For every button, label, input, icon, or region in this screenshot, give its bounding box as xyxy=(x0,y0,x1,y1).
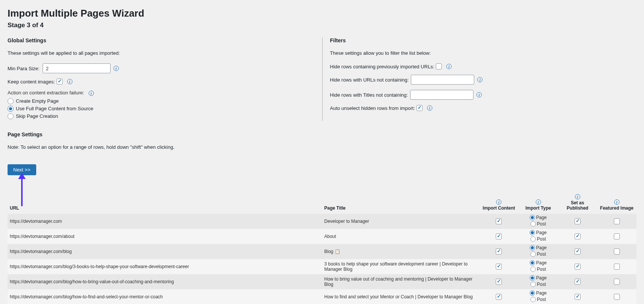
published-checkbox[interactable] xyxy=(575,248,581,255)
radio-create-empty-label: Create Empty Page xyxy=(16,98,58,104)
keep-images-checkbox[interactable] xyxy=(57,79,63,85)
filters-panel: Filters These settings allow you to filt… xyxy=(322,37,637,121)
type-post-radio[interactable] xyxy=(530,267,536,272)
type-post-radio[interactable] xyxy=(530,221,536,227)
table-row: https://devtomanager.com/blogBlog 📋PageP… xyxy=(8,244,636,259)
import-checkbox[interactable] xyxy=(496,264,502,270)
info-icon[interactable]: i xyxy=(114,66,119,71)
import-checkbox[interactable] xyxy=(496,279,502,285)
type-page-radio[interactable] xyxy=(530,245,535,250)
cell-url: https://devtomanager.com/blog/how-to-bri… xyxy=(8,274,322,289)
type-post-radio[interactable] xyxy=(530,297,536,302)
published-checkbox[interactable] xyxy=(575,294,581,300)
info-icon[interactable]: i xyxy=(446,64,452,69)
hide-imported-label: Hide rows containing previously imported… xyxy=(330,64,435,69)
type-page-label: Page xyxy=(536,230,547,235)
col-url: URL xyxy=(8,193,322,214)
type-page-radio[interactable] xyxy=(530,260,535,265)
min-para-input[interactable] xyxy=(43,63,111,73)
info-icon[interactable]: i xyxy=(496,199,501,205)
info-icon[interactable]: i xyxy=(89,91,94,96)
type-post-radio[interactable] xyxy=(530,282,536,287)
featured-checkbox[interactable] xyxy=(614,248,620,255)
radio-skip-label: Skip Page Creation xyxy=(16,113,58,119)
page-settings-note: Note: To select an option for a range of… xyxy=(8,144,636,150)
published-checkbox[interactable] xyxy=(575,264,581,270)
featured-checkbox[interactable] xyxy=(614,218,620,224)
cell-title: How to bring value out of coaching and m… xyxy=(322,274,480,289)
hide-url-input[interactable] xyxy=(411,75,474,85)
table-row: https://devtomanager.com/blog/how-to-fin… xyxy=(8,289,636,304)
cell-url: https://devtomanager.com/blog/3-books-to… xyxy=(8,259,322,274)
cell-title: Developer to Manager xyxy=(322,214,480,229)
pages-table: URL Page Title iImport Content iImport T… xyxy=(8,193,636,304)
featured-checkbox[interactable] xyxy=(614,294,620,300)
global-settings-desc: These settings will be applied to all pa… xyxy=(8,50,307,56)
import-checkbox[interactable] xyxy=(496,248,502,255)
type-post-label: Post xyxy=(537,282,546,287)
type-post-label: Post xyxy=(537,267,546,272)
info-icon[interactable]: i xyxy=(67,79,72,84)
published-checkbox[interactable] xyxy=(575,279,581,285)
hide-url-label: Hide rows with URLs not containing: xyxy=(330,77,409,83)
published-checkbox[interactable] xyxy=(575,218,581,224)
type-post-label: Post xyxy=(537,221,546,227)
info-icon[interactable]: i xyxy=(427,105,432,111)
type-post-radio[interactable] xyxy=(530,236,536,242)
import-checkbox[interactable] xyxy=(496,294,502,300)
table-row: https://devtomanager.com/blog/3-books-to… xyxy=(8,259,636,274)
type-post-label: Post xyxy=(537,252,546,257)
col-title: Page Title xyxy=(322,193,480,214)
col-import: iImport Content xyxy=(479,193,518,214)
type-post-radio[interactable] xyxy=(530,252,536,257)
hide-title-input[interactable] xyxy=(410,90,473,100)
info-icon[interactable]: i xyxy=(476,92,482,97)
table-row: https://devtomanager.com/blog/how-to-bri… xyxy=(8,274,636,289)
published-checkbox[interactable] xyxy=(575,233,581,239)
radio-use-full-label: Use Full Page Content from Source xyxy=(16,106,93,111)
global-settings-heading: Global Settings xyxy=(8,37,307,43)
cell-title: Blog 📋 xyxy=(322,244,480,259)
featured-checkbox[interactable] xyxy=(614,264,620,270)
action-failure-label: Action on content extraction failure: xyxy=(8,90,84,96)
type-page-radio[interactable] xyxy=(530,215,535,220)
info-icon[interactable]: i xyxy=(614,199,619,205)
import-checkbox[interactable] xyxy=(496,218,502,224)
auto-unselect-checkbox[interactable] xyxy=(417,105,423,111)
type-post-label: Post xyxy=(537,236,546,242)
col-featured: iFeatured Image xyxy=(597,193,636,214)
info-icon[interactable]: i xyxy=(536,199,541,205)
radio-skip[interactable] xyxy=(8,113,14,119)
radio-use-full[interactable] xyxy=(8,106,14,112)
radio-create-empty[interactable] xyxy=(8,98,14,104)
cell-url: https://devtomanager.com/about xyxy=(8,229,322,244)
type-page-radio[interactable] xyxy=(530,275,535,281)
hide-imported-checkbox[interactable] xyxy=(436,63,442,69)
cell-url: https://devtomanager.com/blog/how-to-fin… xyxy=(8,289,322,304)
type-page-label: Page xyxy=(536,290,547,296)
table-row: https://devtomanager.com/aboutAboutPageP… xyxy=(8,229,636,244)
type-page-label: Page xyxy=(536,245,547,250)
info-icon[interactable]: i xyxy=(575,194,580,199)
keep-images-label: Keep content images: xyxy=(8,79,55,85)
type-page-label: Page xyxy=(536,260,547,265)
type-page-label: Page xyxy=(536,275,547,281)
table-row: https://devtomanager.comDeveloper to Man… xyxy=(8,214,636,229)
type-page-radio[interactable] xyxy=(530,230,535,235)
featured-checkbox[interactable] xyxy=(614,279,620,285)
info-icon[interactable]: i xyxy=(477,77,483,82)
min-para-label: Min Para Size: xyxy=(8,66,40,71)
cell-url: https://devtomanager.com xyxy=(8,214,322,229)
stage-heading: Stage 3 of 4 xyxy=(8,22,636,29)
type-page-radio[interactable] xyxy=(530,290,535,296)
col-published: iSet as Published xyxy=(558,193,597,214)
import-checkbox[interactable] xyxy=(496,233,502,239)
filters-heading: Filters xyxy=(330,37,637,43)
featured-checkbox[interactable] xyxy=(614,233,620,239)
type-page-label: Page xyxy=(536,215,547,220)
cell-title: About xyxy=(322,229,480,244)
page-title: Import Multiple Pages Wizard xyxy=(8,8,636,19)
cell-url: https://devtomanager.com/blog xyxy=(8,244,322,259)
page-settings-heading: Page Settings xyxy=(8,131,636,137)
annotation-arrow-icon xyxy=(21,173,24,203)
